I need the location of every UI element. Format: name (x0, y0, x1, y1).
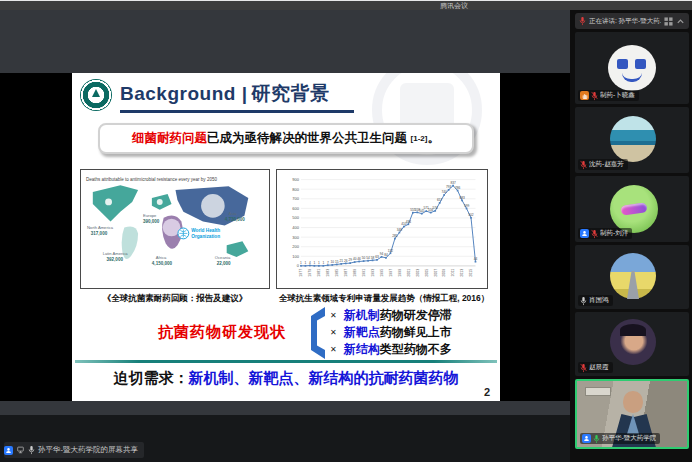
monitor-icon (16, 446, 25, 455)
statement-period: 。 (427, 130, 440, 147)
svg-text:1997: 1997 (389, 269, 393, 277)
svg-text:2001: 2001 (407, 269, 411, 277)
svg-text:1: 1 (300, 261, 302, 265)
svg-text:600: 600 (292, 206, 299, 211)
avatar (610, 253, 656, 299)
svg-text:21: 21 (339, 259, 343, 263)
university-logo-icon (80, 79, 112, 111)
mic-icon (580, 296, 587, 306)
participant-namebar: 制药-卜晓鑫 (578, 90, 639, 101)
participant-tile[interactable]: 制药-刘洋 (575, 176, 689, 242)
svg-text:786: 786 (455, 186, 461, 190)
world-map: Deaths attributable to antimicrobial res… (81, 170, 268, 287)
svg-text:Latin America: Latin America (103, 251, 129, 256)
bullet-term: 新结构 (344, 341, 380, 358)
presentation-stage: Background |研究背景 细菌耐药问题已成为亟待解决的世界公共卫生问题 … (0, 10, 570, 462)
svg-text:94: 94 (380, 252, 384, 256)
svg-text:22,000: 22,000 (217, 261, 231, 266)
window-title: 腾讯会议 (440, 1, 468, 10)
who-map-figure: Deaths attributable to antimicrobial res… (80, 169, 270, 289)
speaking-indicator: 正在讲话: 孙平华-暨大药... (575, 13, 689, 29)
bullet-rest: 药物研发停滞 (380, 307, 452, 324)
svg-text:434: 434 (406, 220, 412, 224)
bullet-row: ✕ 新靶点 药物鲜见上市 (330, 324, 452, 341)
bullet-row: ✕ 新结构 类型药物不多 (330, 341, 452, 358)
svg-text:2007: 2007 (434, 269, 438, 277)
participants-sidebar: 正在讲话: 孙平华-暨大药... 制药-卜晓鑫 沈药-赵嘉芳 (570, 10, 692, 462)
avatar (610, 319, 656, 365)
participant-tile-active-speaker[interactable]: 孙平华-暨大药学院 (575, 379, 689, 449)
svg-text:2015: 2015 (469, 269, 473, 277)
participant-name: 孙平华-暨大药学院 (602, 434, 656, 443)
svg-text:Oceania: Oceania (215, 255, 231, 260)
mic-muted-icon (591, 91, 598, 101)
participant-namebar: 制药-刘洋 (578, 228, 632, 239)
page-number: 2 (484, 386, 490, 398)
svg-text:50: 50 (362, 256, 366, 260)
status-bullets: ✕ 新机制 药物研发停滞 ✕ 新靶点 药物鲜见上市 ✕ 新结构 类型药物不多 (330, 307, 452, 358)
participant-name: 制药-卜晓鑫 (600, 91, 635, 100)
participant-namebar: 孙平华-暨大药学院 (580, 433, 660, 444)
svg-text:4,730,000: 4,730,000 (225, 217, 246, 222)
shared-screen: Background |研究背景 细菌耐药问题已成为亟待解决的世界公共卫生问题 … (0, 73, 570, 401)
patent-line-chart: 0100200300400500600700800900197719791981… (277, 170, 486, 287)
participant-tile[interactable]: 制药-卜晓鑫 (575, 32, 689, 104)
svg-text:900: 900 (292, 177, 299, 182)
svg-text:500: 500 (292, 215, 299, 220)
collapse-icon[interactable] (676, 17, 685, 26)
svg-text:700: 700 (292, 196, 299, 201)
participant-namebar: 沈药-赵嘉芳 (578, 159, 628, 170)
patent-caption: 全球抗生素领域专利申请量发展趋势（情报工程, 2016） (276, 293, 492, 305)
svg-text:793: 793 (446, 185, 452, 189)
cross-icon: ✕ (330, 345, 337, 354)
bullet-term: 新机制 (344, 307, 380, 324)
bullet-rest: 类型药物不多 (380, 341, 452, 358)
svg-text:2005: 2005 (425, 269, 429, 277)
svg-text:1981: 1981 (317, 269, 321, 277)
svg-text:7: 7 (327, 261, 329, 265)
svg-text:683: 683 (459, 196, 465, 200)
avatar (610, 185, 658, 233)
urgent-need: 迫切需求：新机制、新靶点、新结构的抗耐药菌药物 (72, 369, 500, 388)
avatar (610, 116, 656, 162)
svg-text:29: 29 (348, 258, 352, 262)
cross-icon: ✕ (330, 328, 337, 337)
svg-text:392,000: 392,000 (107, 257, 124, 262)
svg-text:317,000: 317,000 (91, 231, 108, 236)
mic-active-icon (593, 434, 600, 444)
participant-tile[interactable]: 肖国鸿 (575, 245, 689, 309)
avatar (608, 45, 656, 91)
svg-text:1979: 1979 (308, 269, 312, 277)
statement-citation: [1-2] (411, 134, 428, 143)
svg-text:657: 657 (437, 198, 443, 202)
slide-title-en: Background (120, 83, 236, 104)
svg-text:1999: 1999 (398, 269, 402, 277)
svg-text:North America: North America (87, 225, 114, 230)
svg-text:Europe: Europe (143, 213, 157, 218)
svg-text:390,000: 390,000 (143, 219, 160, 224)
layout-icon[interactable] (664, 17, 673, 26)
svg-text:1993: 1993 (371, 269, 375, 277)
svg-text:54: 54 (366, 256, 370, 260)
svg-text:100: 100 (292, 254, 299, 259)
svg-text:300: 300 (292, 235, 299, 240)
svg-text:1: 1 (322, 261, 324, 265)
svg-text:1995: 1995 (380, 269, 384, 277)
participant-namebar: 肖国鸿 (578, 295, 613, 306)
svg-text:58: 58 (371, 256, 375, 260)
svg-text:1987: 1987 (344, 269, 348, 277)
need-prefix: 迫切需求： (114, 369, 189, 386)
member-badge-icon (4, 446, 13, 455)
svg-text:World Health: World Health (191, 228, 220, 233)
mic-muted-icon (591, 229, 598, 239)
participant-name: 沈药-赵嘉芳 (589, 160, 624, 169)
participant-tile[interactable]: 沈药-赵嘉芳 (575, 107, 689, 173)
svg-text:1: 1 (305, 261, 307, 265)
svg-text:574: 574 (433, 206, 439, 210)
participant-tile[interactable]: 赵晨霞 (575, 312, 689, 376)
mic-icon (579, 16, 586, 26)
slide: Background |研究背景 细菌耐药问题已成为亟待解决的世界公共卫生问题 … (72, 73, 500, 401)
svg-text:15: 15 (335, 260, 339, 264)
svg-text:1977: 1977 (299, 269, 303, 277)
svg-text:2013: 2013 (460, 269, 464, 277)
